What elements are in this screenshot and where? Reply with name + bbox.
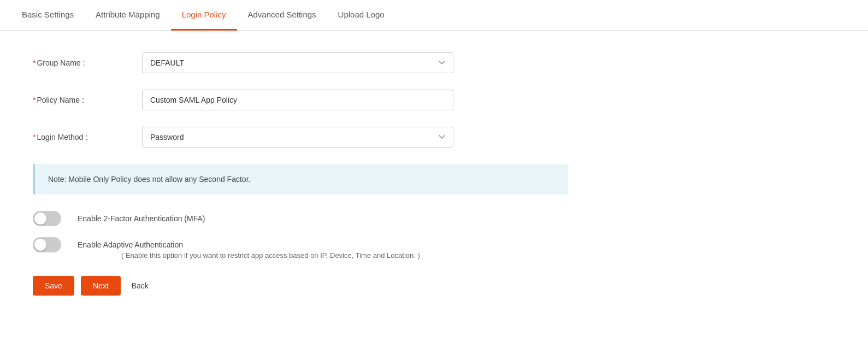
main-content: *Group Name : DEFAULT *Policy Name : *Lo… bbox=[0, 31, 601, 317]
tab-attribute-mapping[interactable]: Attribute Mapping bbox=[85, 0, 171, 31]
tab-upload-logo[interactable]: Upload Logo bbox=[327, 0, 395, 31]
group-name-select[interactable]: DEFAULT bbox=[142, 52, 453, 73]
mfa-thumb bbox=[34, 213, 46, 225]
back-button[interactable]: Back bbox=[127, 276, 153, 296]
login-method-select[interactable]: Password bbox=[142, 127, 453, 148]
login-method-label: *Login Method : bbox=[33, 133, 142, 141]
note-box: Note: Mobile Only Policy does not allow … bbox=[33, 164, 568, 194]
group-name-label: *Group Name : bbox=[33, 58, 142, 67]
group-name-required: * bbox=[33, 58, 36, 67]
adaptive-toggle[interactable] bbox=[33, 237, 61, 252]
tab-login-policy[interactable]: Login Policy bbox=[171, 0, 237, 31]
login-method-required: * bbox=[33, 133, 36, 141]
policy-name-field: *Policy Name : bbox=[33, 90, 568, 110]
mfa-toggle[interactable] bbox=[33, 211, 61, 226]
footer-buttons: Save Next Back bbox=[33, 276, 568, 296]
group-name-field: *Group Name : DEFAULT bbox=[33, 52, 568, 73]
policy-name-required: * bbox=[33, 96, 36, 104]
next-button[interactable]: Next bbox=[81, 276, 121, 296]
tab-navigation: Basic SettingsAttribute MappingLogin Pol… bbox=[0, 0, 868, 31]
mfa-toggle-row: Enable 2-Factor Authentication (MFA) bbox=[33, 211, 568, 226]
save-button[interactable]: Save bbox=[33, 276, 74, 296]
policy-name-label: *Policy Name : bbox=[33, 96, 142, 104]
adaptive-thumb bbox=[34, 239, 46, 251]
adaptive-toggle-row: Enable Adaptive Authentication bbox=[33, 237, 568, 252]
adaptive-sub-label: ( Enable this option if you want to rest… bbox=[121, 251, 568, 259]
login-method-field: *Login Method : Password bbox=[33, 127, 568, 148]
tab-advanced-settings[interactable]: Advanced Settings bbox=[237, 0, 327, 31]
mfa-label: Enable 2-Factor Authentication (MFA) bbox=[78, 214, 205, 223]
note-text: Note: Mobile Only Policy does not allow … bbox=[48, 175, 250, 184]
policy-name-input[interactable] bbox=[142, 90, 453, 110]
tab-basic-settings[interactable]: Basic Settings bbox=[11, 0, 85, 31]
adaptive-label: Enable Adaptive Authentication bbox=[78, 240, 183, 249]
